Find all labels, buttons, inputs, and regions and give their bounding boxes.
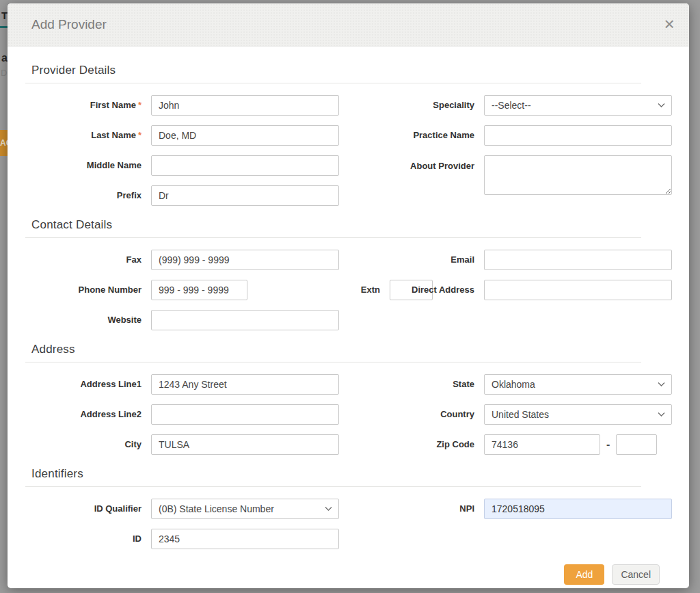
field-fax: Fax — [25, 250, 339, 270]
country-select[interactable]: United States — [484, 404, 672, 425]
practice-name-input[interactable] — [484, 125, 672, 146]
field-address-line2: Address Line2 — [25, 404, 339, 425]
email-input[interactable] — [484, 250, 672, 270]
contact-details-heading: Contact Details — [31, 218, 641, 232]
prefix-input[interactable] — [151, 185, 339, 206]
field-website: Website — [25, 310, 339, 330]
first-name-input[interactable] — [151, 95, 339, 116]
state-select-wrap: Oklahoma — [484, 374, 672, 395]
about-provider-textarea[interactable] — [484, 155, 672, 195]
email-label: Email — [355, 254, 474, 265]
field-speciality: Speciality --Select-- — [355, 95, 672, 116]
section-address: Address Address Line1 Address Line2 City — [25, 343, 672, 464]
address-line2-input[interactable] — [151, 404, 339, 425]
required-asterisk: * — [138, 130, 142, 140]
id-qualifier-select[interactable]: (0B) State License Number — [151, 499, 339, 519]
npi-label: NPI — [355, 503, 474, 514]
add-provider-modal: Add Provider × Provider Details First Na… — [8, 3, 689, 588]
state-label: State — [355, 379, 474, 390]
field-about-provider: About Provider — [355, 155, 672, 195]
fax-label: Fax — [25, 254, 142, 265]
first-name-label-text: First Name — [90, 100, 136, 110]
city-input[interactable] — [151, 434, 339, 455]
field-zip-code: Zip Code - — [355, 434, 672, 455]
field-country: Country United States — [355, 404, 672, 425]
zip-code-label: Zip Code — [355, 439, 474, 450]
modal-footer: Add Cancel — [25, 559, 672, 585]
field-direct-address: Direct Address — [355, 280, 672, 300]
section-provider-details: Provider Details First Name* Last Name* … — [25, 64, 672, 215]
field-practice-name: Practice Name — [355, 125, 672, 146]
id-label: ID — [25, 533, 142, 544]
modal-title: Add Provider — [31, 17, 107, 32]
modal-body: Provider Details First Name* Last Name* … — [8, 64, 689, 585]
fax-input[interactable] — [151, 250, 339, 270]
country-label: Country — [355, 409, 474, 420]
background-orange-button: AC — [0, 130, 8, 156]
middle-name-label: Middle Name — [25, 160, 142, 171]
required-asterisk: * — [138, 100, 142, 110]
close-icon[interactable]: × — [660, 16, 678, 34]
npi-input[interactable] — [484, 499, 672, 519]
id-input[interactable] — [151, 529, 339, 549]
zip-separator: - — [606, 438, 610, 451]
add-button[interactable]: Add — [564, 564, 604, 585]
address-line1-label: Address Line1 — [25, 379, 142, 390]
id-qualifier-label: ID Qualifier — [25, 503, 142, 514]
direct-address-input[interactable] — [484, 280, 672, 300]
website-label: Website — [25, 315, 142, 326]
field-state: State Oklahoma — [355, 374, 672, 395]
modal-header: Add Provider × — [8, 3, 689, 47]
field-address-line1: Address Line1 — [25, 374, 339, 395]
address-line2-label: Address Line2 — [25, 409, 142, 420]
first-name-label: First Name* — [25, 100, 142, 111]
country-select-wrap: United States — [484, 404, 672, 425]
address-heading: Address — [31, 343, 641, 356]
identifiers-heading: Identifiers — [31, 467, 641, 481]
prefix-label: Prefix — [25, 190, 142, 201]
cancel-button[interactable]: Cancel — [612, 564, 660, 585]
provider-details-heading: Provider Details — [31, 64, 641, 77]
field-middle-name: Middle Name — [25, 155, 339, 176]
field-phone-number: Phone Number Extn — [25, 280, 339, 300]
provider-details-heading-row: Provider Details — [25, 64, 641, 83]
contact-details-heading-row: Contact Details — [25, 218, 641, 238]
field-last-name: Last Name* — [25, 125, 339, 146]
identifiers-heading-row: Identifiers — [25, 467, 641, 487]
speciality-select[interactable]: --Select-- — [484, 95, 672, 116]
section-contact-details: Contact Details Fax Phone Number Extn — [25, 218, 672, 340]
background-active-tab-underline — [0, 26, 8, 28]
last-name-label: Last Name* — [25, 130, 142, 141]
address-line1-input[interactable] — [151, 374, 339, 395]
field-first-name: First Name* — [25, 95, 339, 116]
speciality-label: Speciality — [355, 100, 474, 111]
phone-number-label: Phone Number — [25, 285, 142, 295]
middle-name-input[interactable] — [151, 155, 339, 176]
direct-address-label: Direct Address — [355, 285, 474, 295]
last-name-label-text: Last Name — [91, 130, 136, 140]
speciality-select-wrap: --Select-- — [484, 95, 672, 116]
website-input[interactable] — [151, 310, 339, 330]
zip-ext-input[interactable] — [616, 434, 657, 455]
id-qualifier-select-wrap: (0B) State License Number — [151, 499, 339, 519]
city-label: City — [25, 439, 142, 450]
section-identifiers: Identifiers ID Qualifier (0B) State Lice… — [25, 467, 672, 559]
practice-name-label: Practice Name — [355, 130, 474, 141]
field-id: ID — [25, 529, 339, 549]
zip-code-input[interactable] — [484, 434, 600, 455]
state-select[interactable]: Oklahoma — [484, 374, 672, 395]
phone-number-input[interactable] — [151, 280, 247, 300]
field-npi: NPI — [355, 499, 672, 519]
field-id-qualifier: ID Qualifier (0B) State License Number — [25, 499, 339, 519]
field-email: Email — [355, 250, 672, 270]
about-provider-label: About Provider — [355, 155, 474, 172]
field-city: City — [25, 434, 339, 455]
last-name-input[interactable] — [151, 125, 339, 146]
field-prefix: Prefix — [25, 185, 339, 206]
address-heading-row: Address — [25, 343, 641, 363]
